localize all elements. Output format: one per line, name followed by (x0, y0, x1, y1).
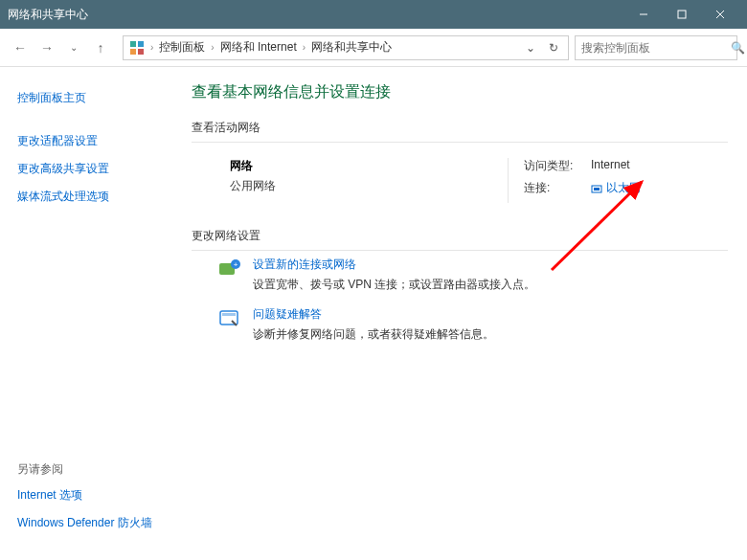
change-settings-heading: 更改网络设置 (192, 228, 728, 251)
sidebar-link-internet-options[interactable]: Internet 选项 (17, 482, 163, 509)
active-network-row: 网络 公用网络 访问类型: Internet 连接: 以太网 (192, 148, 728, 209)
sidebar-link-media-streaming[interactable]: 媒体流式处理选项 (17, 183, 163, 211)
new-connection-icon: + (216, 257, 243, 283)
back-button[interactable]: ← (10, 37, 31, 58)
svg-rect-7 (138, 49, 144, 55)
minimize-button[interactable] (624, 0, 663, 29)
up-button[interactable]: ↑ (90, 37, 111, 58)
svg-rect-5 (138, 41, 144, 47)
search-box[interactable]: 🔍 (575, 35, 737, 60)
network-name: 网络 (230, 158, 508, 174)
option-new-connection-link[interactable]: 设置新的连接或网络 (253, 257, 535, 273)
content-area: 查看基本网络信息并设置连接 查看活动网络 网络 公用网络 访问类型: Inter… (172, 67, 747, 560)
svg-text:+: + (234, 260, 238, 269)
option-troubleshoot-desc: 诊断并修复网络问题，或者获得疑难解答信息。 (253, 326, 494, 343)
close-icon (715, 10, 725, 19)
option-troubleshoot-link[interactable]: 问题疑难解答 (253, 306, 494, 323)
chevron-right-icon: › (303, 42, 306, 53)
sidebar-link-defender-firewall[interactable]: Windows Defender 防火墙 (17, 509, 163, 537)
access-type-label: 访问类型: (524, 158, 581, 174)
svg-rect-14 (222, 313, 236, 316)
minimize-icon (639, 10, 648, 19)
breadcrumb-item[interactable]: 网络和 Internet (220, 39, 297, 56)
control-panel-icon (129, 40, 145, 56)
svg-rect-1 (678, 11, 686, 18)
page-title: 查看基本网络信息并设置连接 (192, 82, 728, 102)
breadcrumb-item[interactable]: 网络和共享中心 (311, 39, 392, 56)
maximize-button[interactable] (663, 0, 701, 29)
connection-name: 以太网 (606, 180, 641, 196)
chevron-right-icon: › (150, 42, 153, 53)
search-icon: 🔍 (731, 41, 745, 55)
sidebar: 控制面板主页 更改适配器设置 更改高级共享设置 媒体流式处理选项 另请参阅 In… (0, 67, 172, 560)
chevron-right-icon: › (211, 42, 214, 53)
option-new-connection: + 设置新的连接或网络 设置宽带、拨号或 VPN 连接；或设置路由器或接入点。 (216, 257, 728, 293)
forward-button[interactable]: → (36, 37, 57, 58)
recent-dropdown[interactable]: ⌄ (63, 37, 84, 58)
sidebar-link-adapter-settings[interactable]: 更改适配器设置 (17, 127, 163, 155)
troubleshoot-icon (216, 306, 243, 333)
connections-label: 连接: (524, 180, 581, 197)
sidebar-home-link[interactable]: 控制面板主页 (17, 84, 163, 112)
navbar: ← → ⌄ ↑ › 控制面板 › 网络和 Internet › 网络和共享中心 … (0, 29, 747, 67)
search-input[interactable] (581, 41, 725, 55)
window-title: 网络和共享中心 (8, 7, 624, 23)
address-dropdown[interactable]: ⌄ (522, 41, 539, 55)
breadcrumb-item[interactable]: 控制面板 (159, 39, 205, 56)
active-networks-heading: 查看活动网络 (192, 120, 728, 143)
sidebar-link-advanced-sharing[interactable]: 更改高级共享设置 (17, 155, 163, 183)
option-troubleshoot: 问题疑难解答 诊断并修复网络问题，或者获得疑难解答信息。 (216, 306, 728, 343)
network-category: 公用网络 (230, 178, 508, 194)
address-bar[interactable]: › 控制面板 › 网络和 Internet › 网络和共享中心 ⌄ ↻ (123, 35, 569, 60)
close-button[interactable] (701, 0, 739, 29)
option-new-connection-desc: 设置宽带、拨号或 VPN 连接；或设置路由器或接入点。 (253, 277, 535, 293)
svg-rect-4 (130, 41, 136, 47)
refresh-button[interactable]: ↻ (545, 41, 562, 55)
ethernet-icon (591, 183, 602, 194)
access-type-value: Internet (591, 158, 630, 174)
see-also-heading: 另请参阅 (17, 461, 163, 478)
svg-rect-6 (130, 49, 136, 55)
svg-rect-9 (594, 188, 600, 190)
titlebar: 网络和共享中心 (0, 0, 747, 29)
maximize-icon (677, 10, 687, 19)
connection-link[interactable]: 以太网 (591, 180, 641, 196)
